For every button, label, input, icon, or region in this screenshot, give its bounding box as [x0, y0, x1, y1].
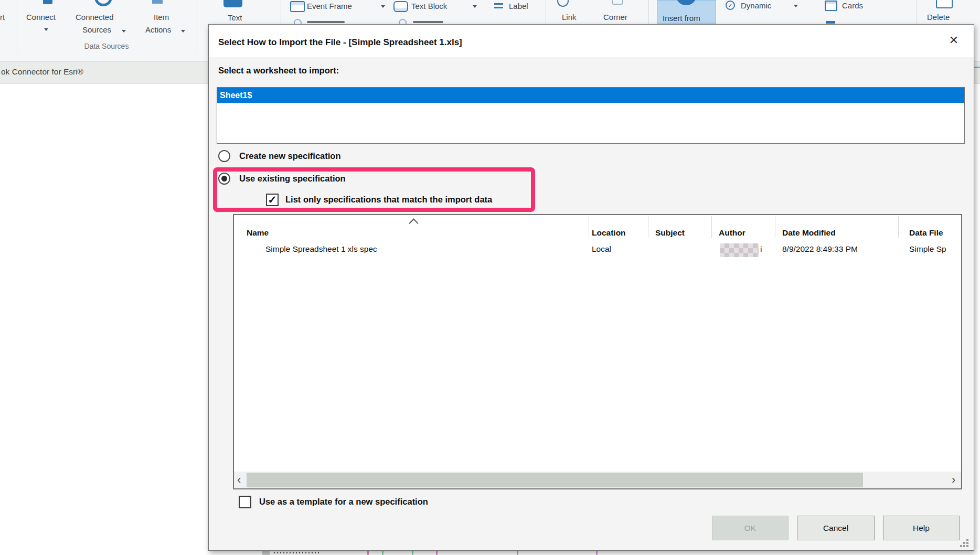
corner-icon: [612, 0, 623, 5]
column-header-name[interactable]: Name: [247, 228, 269, 238]
checkbox-list-only-label[interactable]: List only specifications that match the …: [285, 195, 492, 205]
column-header-location[interactable]: Location: [592, 228, 626, 238]
row-data-file[interactable]: Simple Sp: [909, 244, 961, 254]
canvas-tick: [517, 551, 518, 555]
cards-button[interactable]: Cards: [842, 1, 863, 10]
checkbox-list-only[interactable]: ✓: [266, 194, 279, 206]
canvas-tick: [436, 551, 438, 555]
ribbon-separator: [546, 0, 546, 24]
radio-create-new[interactable]: [218, 150, 230, 162]
canvas-tick: [382, 551, 384, 555]
chevron-down-icon: [473, 5, 477, 8]
worksheet-listbox[interactable]: Sheet1$: [217, 87, 965, 144]
row-author-redacted: [720, 243, 759, 257]
sort-ascending-icon[interactable]: [409, 218, 418, 228]
canvas-tick: [596, 551, 598, 555]
worksheet-label: Select a worksheet to import:: [218, 66, 339, 76]
label-icon: [494, 7, 503, 8]
delete-button[interactable]: Delete: [927, 13, 950, 22]
event-frame-button[interactable]: Event Frame: [307, 2, 352, 10]
insert-from-label: Insert from: [663, 14, 700, 23]
column-header-data-file[interactable]: Data File: [909, 228, 943, 238]
ok-button[interactable]: OK: [712, 516, 789, 540]
dialog-title: Select How to Import the File - [Simple …: [218, 37, 462, 48]
row-date-modified[interactable]: 8/9/2022 8:49:33 PM: [782, 244, 858, 254]
partial-text-fragment: [413, 21, 443, 23]
ribbon-separator: [17, 0, 17, 54]
ribbon-partial-import-button[interactable]: rt: [0, 13, 5, 22]
worksheet-item-selected[interactable]: Sheet1$: [217, 88, 964, 103]
column-separator[interactable]: [711, 216, 712, 238]
text-tool-icon: [223, 0, 242, 7]
help-button[interactable]: Help: [883, 516, 960, 540]
horizontal-scrollbar[interactable]: ‹ ›: [234, 472, 961, 488]
item-actions-button[interactable]: Item: [154, 13, 169, 22]
column-separator[interactable]: [589, 216, 589, 238]
radio-use-existing-label[interactable]: Use existing specification: [239, 174, 346, 184]
chevron-down-icon: [381, 5, 385, 8]
column-separator[interactable]: [648, 216, 648, 238]
scroll-left-icon[interactable]: ‹: [237, 472, 241, 488]
delete-icon: [936, 0, 953, 8]
timeline-tab-title: ok Connector for Esri®: [1, 67, 83, 77]
chevron-down-icon: [794, 5, 798, 7]
connect-icon: [43, 0, 52, 4]
ribbon-separator: [197, 0, 197, 54]
text-block-button[interactable]: Text Block: [411, 2, 447, 10]
corner-button[interactable]: Corner: [603, 13, 627, 22]
scroll-right-icon[interactable]: ›: [952, 472, 955, 488]
text-button[interactable]: Text: [228, 13, 242, 22]
text-block-icon: [393, 1, 408, 12]
column-header-author[interactable]: Author: [719, 228, 745, 238]
row-name[interactable]: Simple Spreadsheet 1 xls spec: [265, 244, 377, 254]
radio-use-existing[interactable]: [218, 173, 230, 185]
checkbox-use-as-template-label[interactable]: Use as a template for a new specificatio…: [259, 497, 428, 507]
dynamic-check-glyph: ✓: [728, 3, 732, 8]
column-header-date-modified[interactable]: Date Modified: [782, 228, 836, 238]
canvas-dotted-fragment: [274, 552, 319, 553]
checkmark-icon: ✓: [268, 194, 277, 205]
chevron-down-icon: [181, 30, 185, 33]
ribbon-separator: [281, 0, 281, 24]
app-screen: rt Connect Connected Sources Item Action…: [0, 0, 980, 555]
ribbon-separator: [648, 0, 649, 24]
dynamic-icon: ✓: [726, 1, 735, 10]
row-author-suffix[interactable]: i: [760, 244, 762, 254]
connect-button[interactable]: Connect: [26, 13, 56, 22]
scrollbar-thumb[interactable]: [247, 473, 863, 487]
import-dialog: Select How to Import the File - [Simple …: [208, 24, 974, 551]
connected-sources-button-line2[interactable]: Sources: [82, 25, 111, 34]
cards-icon: [825, 1, 837, 11]
event-frame-icon: [290, 1, 305, 12]
radio-create-new-label[interactable]: Create new specification: [239, 151, 340, 161]
cancel-button[interactable]: Cancel: [797, 516, 875, 540]
chevron-down-icon: [44, 28, 48, 31]
group-label-data-sources: Data Sources: [72, 42, 141, 50]
ribbon-separator: [917, 0, 917, 24]
canvas-tick: [367, 551, 369, 555]
connected-sources-button[interactable]: Connected: [76, 13, 114, 22]
canvas-fragment: [262, 551, 270, 555]
column-separator[interactable]: [898, 216, 899, 238]
column-separator[interactable]: [775, 216, 775, 238]
dynamic-button[interactable]: Dynamic: [741, 1, 771, 10]
item-actions-button-line2[interactable]: Actions: [145, 25, 171, 34]
item-actions-icon: [152, 0, 163, 4]
column-header-subject[interactable]: Subject: [655, 228, 685, 238]
link-button[interactable]: Link: [562, 13, 577, 22]
partial-icon: [826, 21, 835, 24]
checkbox-use-as-template[interactable]: [239, 496, 251, 508]
canvas-tick: [412, 551, 413, 555]
partial-text-fragment: [307, 21, 345, 23]
label-button[interactable]: Label: [509, 2, 528, 10]
close-icon[interactable]: ✕: [943, 31, 964, 50]
resize-grip[interactable]: [966, 545, 968, 547]
chevron-down-icon: [122, 30, 126, 33]
row-location[interactable]: Local: [592, 244, 611, 254]
label-icon: [494, 3, 503, 5]
specification-table[interactable]: Name Location Subject Author Date Modifi…: [233, 214, 962, 489]
